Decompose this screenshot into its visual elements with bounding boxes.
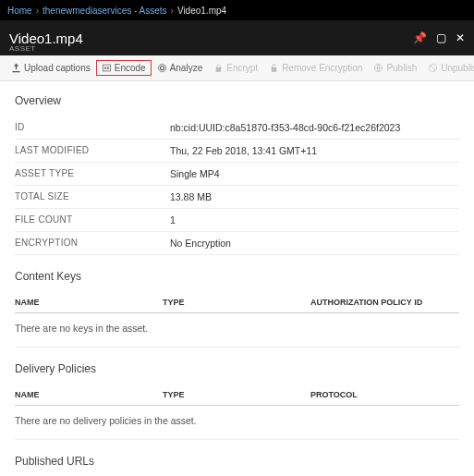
analyze-icon — [157, 63, 167, 73]
value-encryption: No Encryption — [170, 238, 231, 249]
remove-encryption-button: Remove Encryption — [263, 60, 368, 76]
col-auth-policy: AUTHORIZATION POLICY ID — [310, 298, 459, 307]
keys-empty: There are no keys in the asset. — [15, 313, 459, 348]
upload-label: Upload captions — [24, 63, 91, 73]
label-type: ASSET TYPE — [15, 168, 170, 179]
row-modified: LAST MODIFIEDThu, 22 Feb 2018, 13:41 GMT… — [15, 140, 459, 163]
content-keys-heading: Content Keys — [15, 270, 459, 283]
globe-icon — [373, 63, 383, 73]
pin-icon[interactable]: 📌 — [413, 31, 427, 44]
svg-point-2 — [158, 64, 165, 71]
label-count: FILE COUNT — [15, 214, 170, 226]
page-subtitle: ASSET — [9, 44, 36, 53]
label-id: ID — [15, 122, 170, 133]
toolbar: Upload captions Encode Analyze Encrypt R… — [0, 55, 474, 81]
remove-label: Remove Encryption — [282, 63, 362, 73]
analyze-button[interactable]: Analyze — [152, 60, 209, 76]
svg-rect-0 — [103, 65, 110, 71]
col-name: NAME — [15, 390, 163, 399]
value-count: 1 — [170, 214, 176, 226]
label-encryption: ENCRYPTION — [15, 238, 170, 249]
policies-empty: There are no delivery policies in the as… — [15, 406, 459, 440]
row-count: FILE COUNT1 — [15, 209, 459, 232]
col-type: TYPE — [163, 390, 310, 399]
unlock-icon — [269, 63, 279, 73]
breadcrumb-current: Video1.mp4 — [177, 6, 226, 16]
col-name: NAME — [15, 298, 163, 307]
overview-heading: Overview — [15, 94, 459, 107]
published-urls-heading: Published URLs — [15, 455, 459, 468]
breadcrumb: Home › thenewmediaservices - Assets › Vi… — [0, 0, 474, 20]
blade-header: Video1.mp4 ASSET 📌 ▢ ✕ — [0, 20, 474, 55]
label-modified: LAST MODIFIED — [15, 145, 170, 156]
delivery-policies-heading: Delivery Policies — [15, 362, 459, 375]
encode-icon — [102, 63, 112, 73]
page-title: Video1.mp4 — [9, 31, 83, 46]
policies-table-header: NAME TYPE PROTOCOL — [15, 384, 459, 406]
publish-label: Publish — [386, 63, 417, 73]
keys-table-header: NAME TYPE AUTHORIZATION POLICY ID — [15, 292, 459, 313]
value-modified: Thu, 22 Feb 2018, 13:41 GMT+11 — [170, 145, 317, 156]
breadcrumb-service[interactable]: thenewmediaservices - Assets — [43, 6, 167, 16]
encrypt-label: Encrypt — [226, 63, 258, 73]
maximize-icon[interactable]: ▢ — [436, 31, 446, 44]
col-type: TYPE — [163, 298, 310, 307]
close-icon[interactable]: ✕ — [456, 31, 465, 44]
analyze-label: Analyze — [170, 63, 203, 73]
col-protocol: PROTOCOL — [310, 390, 459, 399]
encode-button[interactable]: Encode — [96, 60, 152, 76]
svg-point-1 — [160, 66, 164, 69]
encrypt-button: Encrypt — [208, 60, 263, 76]
row-id: IDnb:cid:UUID:c8a51870-f353-48cd-90c6-f2… — [15, 116, 459, 140]
breadcrumb-home[interactable]: Home — [7, 6, 32, 16]
publish-button: Publish — [368, 60, 422, 76]
unpublish-button: Unpublish — [422, 60, 474, 76]
value-type: Single MP4 — [170, 168, 220, 179]
row-size: TOTAL SIZE13.88 MB — [15, 186, 459, 209]
row-encryption: ENCRYPTIONNo Encryption — [15, 232, 459, 255]
unpublish-icon — [428, 63, 438, 73]
encode-label: Encode — [115, 63, 146, 73]
content-area: Overview IDnb:cid:UUID:c8a51870-f353-48c… — [0, 81, 474, 476]
label-size: TOTAL SIZE — [15, 191, 170, 202]
value-id: nb:cid:UUID:c8a51870-f353-48cd-90c6-f21e… — [170, 122, 400, 133]
lock-icon — [213, 63, 224, 73]
row-type: ASSET TYPESingle MP4 — [15, 163, 459, 186]
upload-captions-button[interactable]: Upload captions — [6, 60, 96, 76]
value-size: 13.88 MB — [170, 191, 212, 202]
unpublish-label: Unpublish — [441, 63, 474, 73]
upload-icon — [11, 63, 21, 73]
